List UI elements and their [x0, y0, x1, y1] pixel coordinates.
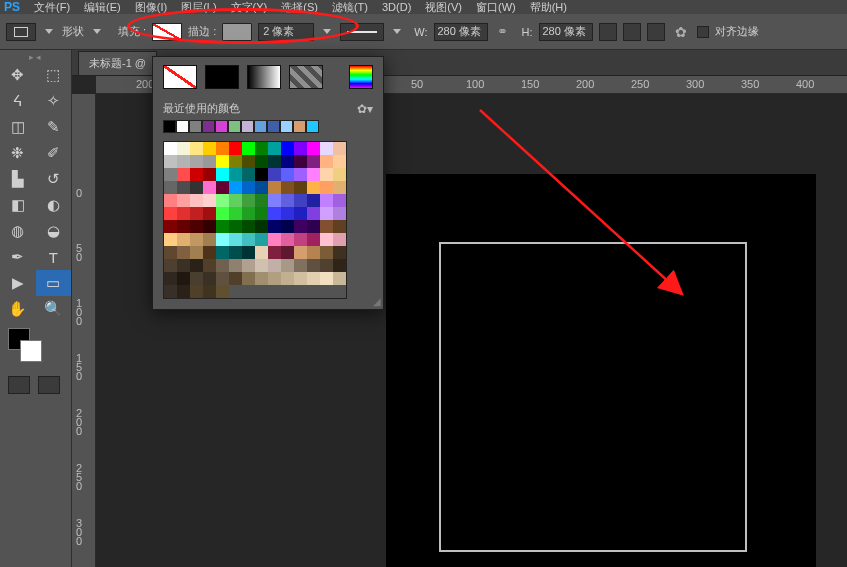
color-swatch[interactable] [216, 272, 229, 285]
color-swatch[interactable] [294, 207, 307, 220]
color-swatch[interactable] [190, 246, 203, 259]
recent-swatch[interactable] [254, 120, 267, 133]
color-swatch[interactable] [333, 142, 346, 155]
marquee-tool[interactable]: ⬚ [36, 62, 72, 88]
color-swatch[interactable] [268, 194, 281, 207]
color-swatch[interactable] [242, 168, 255, 181]
recent-swatch[interactable] [306, 120, 319, 133]
healing-tool[interactable]: ❉ [0, 140, 36, 166]
menu-view[interactable]: 视图(V) [425, 0, 462, 14]
color-swatch[interactable] [216, 168, 229, 181]
path-align-button[interactable] [599, 23, 617, 41]
recent-swatch[interactable] [241, 120, 254, 133]
menu-file[interactable]: 文件(F) [34, 0, 70, 14]
color-swatch[interactable] [216, 220, 229, 233]
dodge-tool[interactable]: ◒ [36, 218, 72, 244]
color-swatch[interactable] [164, 220, 177, 233]
color-swatch[interactable] [229, 207, 242, 220]
color-swatch[interactable] [203, 285, 216, 298]
menu-edit[interactable]: 编辑(E) [84, 0, 121, 14]
fill-solid-button[interactable] [205, 65, 239, 89]
eraser-tool[interactable]: ◧ [0, 192, 36, 218]
link-icon[interactable]: ⚭ [494, 23, 512, 41]
chevron-down-icon[interactable] [393, 29, 401, 34]
menu-layer[interactable]: 图层(L) [181, 0, 216, 14]
color-swatch[interactable] [294, 168, 307, 181]
color-swatch[interactable] [307, 220, 320, 233]
color-swatch[interactable] [177, 194, 190, 207]
color-swatch[interactable] [307, 168, 320, 181]
brush-tool[interactable]: ✐ [36, 140, 72, 166]
color-swatch[interactable] [333, 220, 346, 233]
eyedropper-tool[interactable]: ✎ [36, 114, 72, 140]
color-swatch[interactable] [203, 233, 216, 246]
menu-window[interactable]: 窗口(W) [476, 0, 516, 14]
color-swatch[interactable] [255, 246, 268, 259]
color-swatch[interactable] [333, 272, 346, 285]
color-swatch[interactable] [229, 168, 242, 181]
color-swatch[interactable] [242, 142, 255, 155]
rectangle-shape[interactable] [439, 242, 747, 552]
color-swatch[interactable] [294, 142, 307, 155]
color-swatch[interactable] [203, 194, 216, 207]
recent-swatch[interactable] [189, 120, 202, 133]
color-swatch[interactable] [268, 168, 281, 181]
recent-swatch[interactable] [228, 120, 241, 133]
fg-bg-swatch[interactable] [8, 328, 71, 372]
pen-tool[interactable]: ✒ [0, 244, 36, 270]
magic-wand-tool[interactable]: ✧ [36, 88, 72, 114]
color-swatch[interactable] [177, 207, 190, 220]
color-swatch[interactable] [216, 285, 229, 298]
quickmask-button[interactable] [8, 376, 30, 394]
color-swatch[interactable] [190, 194, 203, 207]
color-swatch[interactable] [333, 194, 346, 207]
color-swatch[interactable] [307, 194, 320, 207]
type-tool[interactable]: T [36, 244, 72, 270]
path-select-tool[interactable]: ▶ [0, 270, 36, 296]
color-swatch[interactable] [229, 272, 242, 285]
color-swatch[interactable] [320, 233, 333, 246]
width-value[interactable]: 280 像素 [434, 23, 488, 41]
color-swatch[interactable] [333, 233, 346, 246]
color-swatch[interactable] [333, 246, 346, 259]
color-swatch[interactable] [255, 207, 268, 220]
path-options-button[interactable] [647, 23, 665, 41]
color-swatch[interactable] [268, 181, 281, 194]
color-swatch[interactable] [268, 259, 281, 272]
color-swatch[interactable] [229, 194, 242, 207]
color-swatch[interactable] [268, 155, 281, 168]
color-swatch[interactable] [281, 207, 294, 220]
color-swatch[interactable] [307, 272, 320, 285]
screenmode-button[interactable] [38, 376, 60, 394]
color-swatch[interactable] [294, 233, 307, 246]
hand-tool[interactable]: ✋ [0, 296, 36, 322]
color-swatch[interactable] [164, 233, 177, 246]
color-swatch[interactable] [177, 155, 190, 168]
color-swatch[interactable] [203, 142, 216, 155]
menu-image[interactable]: 图像(I) [135, 0, 167, 14]
color-swatch[interactable] [320, 272, 333, 285]
color-swatch[interactable] [333, 259, 346, 272]
color-swatch[interactable] [190, 155, 203, 168]
color-swatch[interactable] [203, 272, 216, 285]
color-swatch[interactable] [255, 220, 268, 233]
color-swatch[interactable] [190, 220, 203, 233]
color-swatch[interactable] [203, 220, 216, 233]
color-swatch[interactable] [242, 272, 255, 285]
color-swatch[interactable] [177, 233, 190, 246]
crop-tool[interactable]: ◫ [0, 114, 36, 140]
fill-pattern-button[interactable] [289, 65, 323, 89]
color-swatch[interactable] [268, 272, 281, 285]
color-swatch[interactable] [229, 246, 242, 259]
color-swatch[interactable] [268, 207, 281, 220]
stamp-tool[interactable]: ▙ [0, 166, 36, 192]
color-swatch[interactable] [281, 168, 294, 181]
color-swatch[interactable] [333, 155, 346, 168]
lasso-tool[interactable]: ᔦ [0, 88, 36, 114]
color-swatch[interactable] [164, 272, 177, 285]
color-swatch[interactable] [268, 246, 281, 259]
color-swatch[interactable] [242, 194, 255, 207]
color-swatch[interactable] [203, 181, 216, 194]
color-swatch[interactable] [216, 246, 229, 259]
menu-type[interactable]: 文字(Y) [231, 0, 268, 14]
